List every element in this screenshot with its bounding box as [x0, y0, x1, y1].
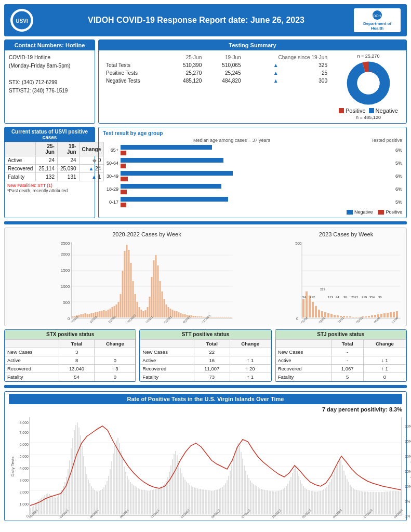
- svg-rect-116: [309, 296, 311, 317]
- stt-row: New Cases 22: [140, 348, 271, 356]
- svg-rect-354: [287, 484, 288, 514]
- svg-rect-268: [153, 489, 154, 514]
- testing-val1: 485,120: [166, 77, 205, 85]
- svg-rect-200: [47, 494, 48, 514]
- svg-rect-281: [174, 454, 175, 514]
- rate-header: Rate of Positive Tests in the U.S. Virgi…: [9, 394, 402, 404]
- age-pos-label: Positive: [386, 209, 402, 215]
- svg-rect-256: [135, 486, 136, 514]
- stx-label: New Cases: [5, 348, 59, 356]
- svg-rect-346: [275, 491, 276, 514]
- svg-rect-42: [118, 302, 120, 317]
- svg-rect-88: [214, 317, 215, 317]
- svg-rect-397: [354, 489, 355, 514]
- svg-rect-58: [151, 277, 153, 317]
- donut-n-negative: n = 485,120: [356, 115, 381, 120]
- svg-rect-338: [262, 489, 263, 514]
- svg-text:8,000: 8,000: [19, 421, 29, 424]
- svg-rect-247: [121, 451, 122, 514]
- stj-change: ↓ 1: [363, 356, 406, 365]
- svg-rect-372: [315, 491, 316, 514]
- svg-rect-257: [136, 487, 137, 514]
- svg-rect-234: [100, 490, 101, 514]
- status-note1: New Fatalities: STT (1): [7, 183, 52, 188]
- status-v2: 24: [57, 156, 79, 165]
- status-box: Current status of USVI positive cases 25…: [4, 127, 95, 218]
- svg-rect-38: [110, 309, 111, 317]
- stj-label: New Cases: [275, 348, 332, 356]
- stj-row: Active - ↓ 1: [275, 356, 406, 365]
- svg-rect-208: [60, 493, 61, 514]
- stx-row: New Cases 3: [5, 348, 136, 356]
- stt-total: 16: [194, 356, 230, 365]
- stj-total: 5: [332, 373, 363, 381]
- svg-rect-312: [222, 487, 223, 514]
- stj-row: Recovered 1,067 ↑ 1: [275, 365, 406, 373]
- status-note: New Fatalities: STT (1) *Past death, rec…: [5, 181, 95, 195]
- svg-rect-327: [245, 471, 246, 514]
- svg-rect-276: [166, 481, 167, 514]
- age-chart-row: 18-29 6%: [103, 184, 402, 194]
- svg-rect-265: [149, 491, 150, 514]
- svg-rect-131: [355, 317, 357, 317]
- svg-rect-128: [346, 316, 348, 317]
- rate-bars: [30, 422, 401, 514]
- status-col-25jun: 25-Jun: [36, 142, 58, 156]
- svg-rect-240: [110, 469, 111, 514]
- testing-val1: 25,270: [166, 69, 205, 77]
- status-v2: 25,090: [57, 165, 79, 173]
- testing-change: 25: [282, 69, 330, 77]
- svg-rect-351: [283, 489, 284, 514]
- svg-rect-342: [269, 491, 270, 514]
- age-chart-row: 0-17 5%: [103, 197, 402, 207]
- svg-rect-229: [92, 488, 94, 514]
- svg-text:10%: 10%: [405, 485, 411, 488]
- age-pct: 6%: [389, 148, 402, 153]
- svg-rect-50: [135, 294, 136, 317]
- stj-change: 0: [363, 373, 406, 381]
- stx-change: ↑ 3: [95, 365, 136, 373]
- svg-rect-300: [203, 489, 204, 514]
- chart2-bars: [302, 291, 398, 317]
- svg-rect-235: [102, 489, 103, 514]
- svg-rect-267: [152, 490, 153, 514]
- testing-col-label: [103, 54, 166, 61]
- stt-row: Active 16 ↑ 1: [140, 356, 271, 365]
- charts-section: 2020-2022 Cases by Week 0 500 1000 1500 …: [4, 228, 407, 326]
- svg-rect-48: [130, 263, 132, 317]
- svg-rect-62: [160, 281, 161, 317]
- age-group-box: Test result by age group Median age amon…: [98, 127, 407, 218]
- svg-rect-236: [103, 487, 104, 514]
- svg-rect-322: [237, 443, 238, 514]
- svg-rect-389: [342, 465, 343, 514]
- svg-rect-383: [333, 475, 334, 514]
- svg-rect-313: [223, 485, 224, 514]
- hotline-hours: (Monday-Friday 8am-5pm): [9, 62, 90, 70]
- svg-text:1000: 1000: [61, 284, 70, 289]
- svg-rect-284: [178, 461, 179, 514]
- svg-rect-343: [270, 491, 271, 514]
- svg-rect-260: [141, 489, 142, 514]
- stj-label: Active: [275, 356, 332, 365]
- svg-rect-68: [172, 310, 174, 317]
- svg-rect-248: [122, 459, 123, 514]
- svg-rect-220: [78, 428, 79, 514]
- svg-rect-217: [74, 430, 75, 514]
- testing-arrow: ▲: [244, 77, 282, 85]
- svg-rect-362: [300, 480, 301, 514]
- svg-rect-252: [128, 480, 129, 514]
- svg-rect-318: [231, 464, 232, 514]
- svg-rect-223: [83, 456, 84, 514]
- svg-rect-254: [131, 484, 132, 514]
- svg-rect-52: [139, 307, 140, 317]
- svg-rect-80: [197, 316, 198, 317]
- stt-total: 73: [194, 373, 230, 381]
- svg-text:Daily Tests: Daily Tests: [10, 457, 15, 477]
- stx-total: 8: [59, 356, 95, 365]
- svg-rect-114: [302, 299, 304, 317]
- svg-rect-360: [297, 471, 298, 514]
- age-neg-swatch: [347, 210, 353, 215]
- status-v2: 131: [57, 173, 79, 181]
- svg-rect-214: [69, 460, 70, 514]
- svg-rect-294: [194, 487, 195, 514]
